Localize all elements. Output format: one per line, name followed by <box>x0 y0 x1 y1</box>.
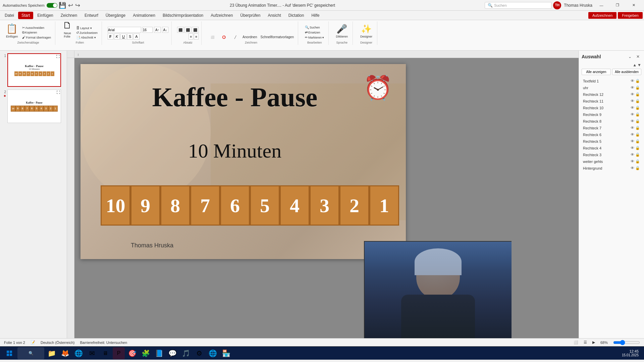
layer-rechteck5[interactable]: Rechteck 5 👁 🔒 <box>582 138 641 144</box>
slide-preview-1[interactable]: Kaffee - Pause 10 Minuten 10 9 8 7 6 5 4… <box>7 53 61 87</box>
view-normal-button[interactable]: ⬜ <box>574 340 578 345</box>
menu-uebergaenge[interactable]: Übergänge <box>102 12 129 19</box>
zoom-slider[interactable] <box>613 340 640 345</box>
autosave-toggle[interactable] <box>47 3 57 8</box>
timer-box-5[interactable]: 5 <box>250 185 280 226</box>
ersetzen-button[interactable]: ⇄ Ersetzen <box>304 30 326 35</box>
bold-button[interactable]: F <box>108 34 113 40</box>
align-left-button[interactable]: ⬛ <box>177 27 184 33</box>
lock-icon[interactable]: 🔒 <box>635 106 640 110</box>
italic-button[interactable]: K <box>114 34 120 40</box>
slide-thumb-2[interactable]: 2✱ Kaffee - Pause 10 9 8 7 6 5 4 3 2 1 ⛶ <box>1 89 65 123</box>
hide-all-button[interactable]: Alle ausblenden <box>612 69 641 75</box>
layout-button[interactable]: 🗄 Layout ▾ <box>75 26 99 30</box>
line-button[interactable]: ╱ <box>230 35 240 40</box>
eye-icon[interactable]: 👁 <box>631 119 634 123</box>
layer-rechteck8[interactable]: Rechteck 8 👁 🔒 <box>582 118 641 124</box>
eye-icon[interactable]: 👁 <box>631 153 634 157</box>
eye-icon[interactable]: 👁 <box>631 166 634 170</box>
timer-box-8[interactable]: 8 <box>160 185 190 226</box>
view-outline-button[interactable]: ☰ <box>584 340 587 345</box>
panel-close-button[interactable]: ✕ <box>635 53 641 60</box>
zuruecksetzen-button[interactable]: ↺ Zurücksetzen <box>75 31 99 35</box>
eye-icon[interactable]: 👁 <box>631 79 634 83</box>
taskbar-settings[interactable]: ⚙ <box>193 347 205 359</box>
menu-ueberpruefen[interactable]: Überprüfen <box>237 12 264 19</box>
taskbar-icons2[interactable]: 🧩 <box>140 347 152 359</box>
taskbar-store[interactable]: 🏪 <box>220 347 232 359</box>
layer-rechteck4[interactable]: Rechteck 4 👁 🔒 <box>582 145 641 151</box>
taskbar-powerpoint[interactable]: P <box>113 347 125 359</box>
designer-button[interactable]: ✨ Designer <box>358 22 374 40</box>
underline-button[interactable]: U <box>120 34 126 40</box>
lock-icon[interactable]: 🔒 <box>635 92 640 97</box>
undo-icon[interactable]: ↩ <box>68 2 73 9</box>
layer-rechteck6[interactable]: Rechteck 6 👁 🔒 <box>582 131 641 138</box>
timer-box-10[interactable]: 10 <box>101 185 130 226</box>
taskbar-chrome[interactable]: 🌐 <box>72 347 85 359</box>
kopieren-button[interactable]: ⧉ Kopieren <box>21 30 53 35</box>
eye-icon[interactable]: 👁 <box>631 99 634 103</box>
eye-icon[interactable]: 👁 <box>631 106 634 110</box>
menu-zeichnen[interactable]: Zeichnen <box>57 12 80 19</box>
eye-icon[interactable]: 👁 <box>631 92 634 97</box>
eye-icon[interactable]: 👁 <box>631 112 634 117</box>
view-slideshow-button[interactable]: ▶ <box>592 340 595 345</box>
lock-icon[interactable]: 🔒 <box>635 159 640 164</box>
menu-dictation[interactable]: Dictation <box>285 12 308 19</box>
list-number-button[interactable]: ≡ <box>194 34 199 40</box>
align-right-button[interactable]: ⬛ <box>192 27 199 33</box>
close-button[interactable]: ✕ <box>626 0 641 11</box>
taskbar-icons1[interactable]: 🎯 <box>126 347 138 359</box>
lock-icon[interactable]: 🔒 <box>635 85 640 90</box>
timer-box-1[interactable]: 1 <box>369 185 399 226</box>
slide-thumb-1[interactable]: 1 Kaffee - Pause 10 Minuten 10 9 8 7 6 5… <box>1 53 65 87</box>
eye-icon[interactable]: 👁 <box>631 146 634 150</box>
timer-box-4[interactable]: 4 <box>280 185 310 226</box>
timer-box-3[interactable]: 3 <box>310 185 339 226</box>
taskbar-firefox[interactable]: 🦊 <box>59 347 71 359</box>
maximize-button[interactable]: ❐ <box>610 0 625 11</box>
notes-icon[interactable]: 📝 <box>31 340 35 345</box>
font-name-input[interactable] <box>108 27 141 33</box>
layer-uhr[interactable]: uhr 👁 🔒 <box>582 84 641 91</box>
timer-box-9[interactable]: 9 <box>130 185 160 226</box>
ausschneiden-button[interactable]: ✂ Ausschneiden <box>21 25 53 30</box>
eye-icon[interactable]: 👁 <box>631 159 634 164</box>
schnell-button[interactable]: Schnellformatvorlagen <box>259 35 295 40</box>
taskbar-teams[interactable]: 💬 <box>166 347 178 359</box>
markieren-button[interactable]: ✏ Markieren ▾ <box>304 35 326 40</box>
eye-icon[interactable]: 👁 <box>631 132 634 137</box>
layer-rechteck12[interactable]: Rechteck 12 👁 🔒 <box>582 91 641 98</box>
circle-button[interactable]: ⭕ <box>218 35 229 40</box>
layer-rechteck10[interactable]: Rechteck 10 👁 🔒 <box>582 105 641 111</box>
panel-expand-button[interactable]: ⌄ <box>627 53 633 60</box>
lock-icon[interactable]: 🔒 <box>635 99 640 103</box>
layer-weiter-gehts[interactable]: weiter gehts 👁 🔒 <box>582 158 641 165</box>
timer-box-6[interactable]: 6 <box>220 185 250 226</box>
timer-box-2[interactable]: 2 <box>339 185 369 226</box>
slide-clock[interactable]: ⏰ <box>363 74 392 102</box>
textcolor-button[interactable]: A <box>133 34 139 40</box>
sort-up-icon[interactable]: ▲ <box>633 63 637 67</box>
font-increase-button[interactable]: A↑ <box>154 27 161 33</box>
layer-rechteck7[interactable]: Rechteck 7 👁 🔒 <box>582 125 641 131</box>
menu-hilfe[interactable]: Hilfe <box>308 12 323 19</box>
font-size-input[interactable] <box>143 27 153 33</box>
slide-canvas[interactable]: Kaffee - Pause 10 Minuten ⏰ 10 9 8 7 6 5… <box>80 64 406 259</box>
taskbar-onenote[interactable]: 📘 <box>153 347 165 359</box>
taskbar-search[interactable]: 🔍 <box>17 347 44 359</box>
abschnitt-button[interactable]: 📑 Abschnitt ▾ <box>75 35 99 40</box>
slide-subtitle[interactable]: 10 Minuten <box>91 139 379 163</box>
layer-textfeld1[interactable]: Textfeld 1 👁 🔒 <box>582 78 641 84</box>
eye-icon[interactable]: 👁 <box>631 85 634 90</box>
font-decrease-button[interactable]: A↓ <box>162 27 169 33</box>
timer-box-7[interactable]: 7 <box>190 185 220 226</box>
lock-icon[interactable]: 🔒 <box>635 146 640 150</box>
menu-bildschirm[interactable]: Bildschirmpräsentation <box>159 12 207 19</box>
layer-rechteck3[interactable]: Rechteck 3 👁 🔒 <box>582 152 641 158</box>
lock-icon[interactable]: 🔒 <box>635 119 640 123</box>
lock-icon[interactable]: 🔒 <box>635 139 640 143</box>
search-bar[interactable]: 🔍 Suchen <box>485 2 552 9</box>
strikethrough-button[interactable]: S <box>127 34 133 40</box>
